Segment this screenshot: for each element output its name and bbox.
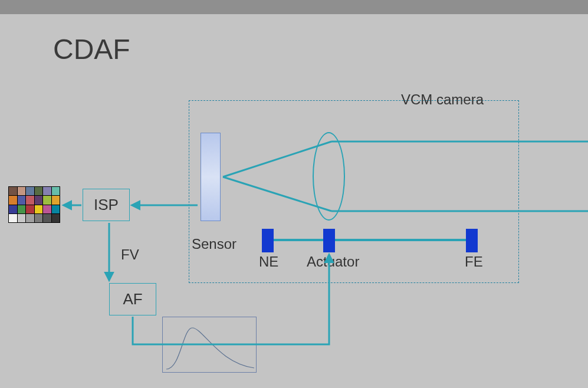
color-swatch (18, 187, 26, 195)
focus-curve-box (162, 317, 257, 373)
af-block: AF (109, 283, 156, 315)
color-swatch (52, 214, 60, 222)
sensor-label: Sensor (192, 236, 236, 252)
color-swatch (52, 196, 60, 204)
color-swatch (35, 214, 43, 222)
fe-label: FE (465, 254, 483, 270)
color-swatch (18, 205, 26, 213)
ne-end-block (262, 229, 274, 252)
focus-curve-icon (163, 317, 257, 373)
color-swatch (9, 214, 17, 222)
fv-label: FV (121, 246, 139, 263)
vcm-camera-label: VCM camera (401, 91, 484, 108)
color-swatch (9, 187, 17, 195)
isp-block: ISP (83, 189, 130, 221)
fe-end-block (466, 229, 478, 252)
color-swatch (35, 205, 43, 213)
isp-text: ISP (94, 196, 119, 214)
color-swatch (26, 196, 34, 204)
color-swatch (52, 187, 60, 195)
sensor-block (201, 133, 221, 221)
af-text: AF (123, 290, 142, 308)
color-swatch (26, 187, 34, 195)
actuator-rail (262, 239, 475, 241)
color-swatch (52, 205, 60, 213)
color-swatch (43, 196, 51, 204)
color-swatch (35, 196, 43, 204)
color-checker-icon (8, 186, 60, 223)
color-swatch (35, 187, 43, 195)
color-swatch (9, 205, 17, 213)
actuator-label: Actuator (307, 254, 359, 270)
color-swatch (43, 187, 51, 195)
ne-label: NE (259, 254, 278, 270)
actuator-block (323, 229, 335, 252)
color-swatch (43, 205, 51, 213)
color-swatch (18, 196, 26, 204)
lens-icon (313, 132, 345, 221)
color-swatch (26, 205, 34, 213)
color-swatch (26, 214, 34, 222)
window-titlebar (0, 0, 588, 14)
color-swatch (9, 196, 17, 204)
color-swatch (43, 214, 51, 222)
slide-title: CDAF (53, 33, 130, 65)
color-swatch (18, 214, 26, 222)
